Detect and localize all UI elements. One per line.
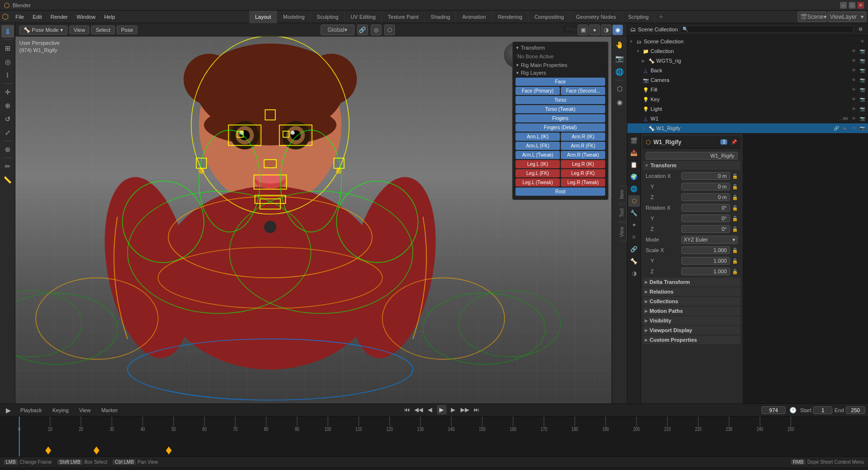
visibility-icon[interactable]: 👁 [858, 38, 866, 45]
tab-modeling[interactable]: Modeling [277, 11, 311, 23]
rig-btn-arm-r-ik[interactable]: Arm.R (IK) [561, 133, 605, 141]
outliner-fill[interactable]: 💡 Fill 👁 📷 [627, 85, 868, 94]
material-props-icon[interactable]: ◑ [628, 268, 640, 279]
rig-btn-arm-r-fk[interactable]: Arm.R (FK) [561, 142, 605, 150]
expand-icon[interactable]: ▼ [642, 126, 647, 131]
menu-window[interactable]: Window [73, 13, 99, 21]
scale-y-lock[interactable]: 🔓 [732, 258, 738, 264]
rotation-y-value[interactable]: 0° [681, 215, 730, 222]
delta-transform-toggle[interactable]: Delta Transform [643, 278, 741, 286]
rig-main-properties-header[interactable]: Rig Main Properties [515, 62, 605, 68]
visibility-icon[interactable]: 👁 [850, 67, 857, 74]
world-props-icon[interactable]: 🌐 [628, 183, 640, 195]
jump-start-button[interactable]: ⏮ [402, 405, 412, 415]
hide-render-icon[interactable]: 📷 [858, 47, 866, 55]
physics-props-icon[interactable]: ⚛ [628, 231, 640, 243]
viewport-visibility-icon[interactable]: 👁 [850, 47, 857, 55]
scene-display[interactable]: 🌐 [613, 66, 626, 78]
start-frame-field[interactable]: 1 [813, 406, 832, 414]
marker-menu[interactable]: Marker [97, 406, 122, 414]
rig-btn-leg-l-ik[interactable]: Leg.L (IK) [515, 160, 560, 168]
render-icon[interactable]: 📷 [858, 76, 866, 84]
cursor-tool[interactable] [1, 25, 14, 38]
menu-edit[interactable]: Edit [29, 13, 46, 21]
location-z-lock[interactable]: 🔓 [732, 195, 738, 200]
transform-section-header[interactable]: Transform [515, 45, 605, 51]
output-props-icon[interactable]: 📤 [628, 147, 640, 159]
expand-icon[interactable]: ▼ [636, 49, 641, 54]
scale-tool[interactable]: ⤢ [1, 126, 14, 139]
rendered-shading[interactable]: ◉ [612, 25, 623, 35]
render-icon[interactable]: ◉ [613, 96, 626, 108]
timeline-type-icon[interactable]: ▶ [3, 405, 14, 416]
viewport-overlay[interactable]: ⬡ [384, 25, 395, 35]
view-menu[interactable]: View [75, 406, 95, 414]
visibility-icon[interactable]: 👁 [850, 115, 857, 122]
jump-end-button[interactable]: ⏭ [472, 405, 481, 415]
snap-toggle[interactable]: 🔗 [357, 25, 368, 35]
wireframe-shading[interactable]: ▣ [578, 25, 588, 35]
modifier-props-icon[interactable]: 🔧 [628, 207, 640, 219]
rotation-x-lock[interactable]: 🔓 [732, 205, 738, 211]
custom-properties-toggle[interactable]: Custom Properties [643, 336, 741, 344]
motion-paths-toggle[interactable]: Motion Paths [643, 307, 741, 315]
rig-btn-arm-r-tweak[interactable]: Arm.R (Tweak) [561, 151, 605, 159]
current-frame-display[interactable]: 974 [761, 406, 786, 414]
object-props-icon[interactable]: ⬡ [628, 195, 640, 207]
visibility-icon[interactable]: 👁 [850, 76, 857, 84]
outliner-filter-icon[interactable]: ⚙ [855, 25, 865, 34]
object-name-field[interactable]: W1_Rigify [646, 152, 738, 160]
render-icon[interactable]: 📷 [858, 86, 866, 94]
scale-z-value[interactable]: 1.000 [681, 268, 730, 275]
particles-props-icon[interactable]: ✦ [628, 219, 640, 231]
location-z-value[interactable]: 0 m [681, 193, 730, 201]
measure-tool[interactable]: 📏 [1, 174, 14, 186]
hand-tool[interactable]: 🤚 [613, 39, 626, 51]
tab-texture-paint[interactable]: Texture Paint [382, 11, 425, 23]
outliner-w1[interactable]: △ W1 ...99 👁 📷 [627, 114, 868, 123]
scale-x-lock[interactable]: 🔓 [732, 248, 738, 253]
rig-btn-face[interactable]: Face [515, 78, 605, 86]
viewport-view-menu[interactable]: View [69, 26, 90, 34]
rig-btn-arm-l-ik[interactable]: Arm.L (IK) [515, 133, 560, 141]
outliner-search[interactable]: 🔍 [680, 26, 854, 33]
tool-tab[interactable]: Tool [618, 204, 627, 221]
tab-shading[interactable]: Shading [425, 11, 456, 23]
view-tab[interactable]: View [618, 223, 627, 242]
tab-geometry-nodes[interactable]: Geometry Nodes [570, 11, 622, 23]
location-y-lock[interactable]: 🔓 [732, 184, 738, 189]
cursor-tool-2[interactable]: ✛ [1, 86, 14, 98]
rig-btn-root[interactable]: Root [515, 188, 605, 196]
outliner-w1-rigify[interactable]: ▼ 🦴 W1_Rigify 🔗 ▶ 👁 📷 [627, 123, 868, 133]
viewport-display-toggle[interactable]: Viewport Display [643, 326, 741, 335]
pose-icon[interactable]: ▶ [841, 124, 849, 132]
rig-icon[interactable]: 🔗 [832, 124, 840, 132]
move-tool[interactable]: ⊕ [1, 99, 14, 112]
visibility-toggle[interactable]: Visibility [643, 316, 741, 325]
outliner-back[interactable]: △ Back 👁 📷 [627, 66, 868, 75]
visibility-icon[interactable]: 👁 [850, 124, 857, 132]
annotate-tool[interactable]: ✏ [1, 160, 14, 173]
view-layer-props-icon[interactable]: 📋 [628, 159, 640, 171]
menu-render[interactable]: Render [47, 13, 72, 21]
outliner-camera[interactable]: 📷 Camera 👁 📷 [627, 75, 868, 85]
overlay-icon[interactable]: ⬡ [613, 82, 626, 95]
close-button[interactable]: ✕ [857, 2, 864, 9]
global-transform-btn[interactable]: Global ▾ [321, 25, 354, 35]
visibility-icon[interactable]: 👁 [850, 86, 857, 94]
rotation-mode-select[interactable]: XYZ Euler ▾ [681, 236, 738, 244]
collections-toggle[interactable]: Collections [643, 297, 741, 306]
render-icon[interactable]: 📷 [858, 115, 866, 122]
rig-layers-header[interactable]: Rig Layers [515, 70, 605, 76]
play-button[interactable]: ▶ [437, 405, 447, 415]
tab-sculpting[interactable]: Sculpting [311, 11, 345, 23]
item-tab[interactable]: Item [618, 185, 627, 203]
scene-props-icon[interactable]: 🌍 [628, 171, 640, 183]
rig-btn-torso[interactable]: Torso [515, 96, 605, 104]
render-props-icon[interactable]: 🎬 [628, 135, 640, 147]
rig-btn-leg-l-fk[interactable]: Leg.L (FK) [515, 169, 560, 177]
scale-x-value[interactable]: 1.000 [681, 246, 730, 254]
visibility-icon[interactable]: 👁 [850, 105, 857, 113]
pose-mode-button[interactable]: 🦴 Pose Mode ▾ [19, 26, 68, 35]
maximize-button[interactable]: □ [849, 2, 855, 9]
